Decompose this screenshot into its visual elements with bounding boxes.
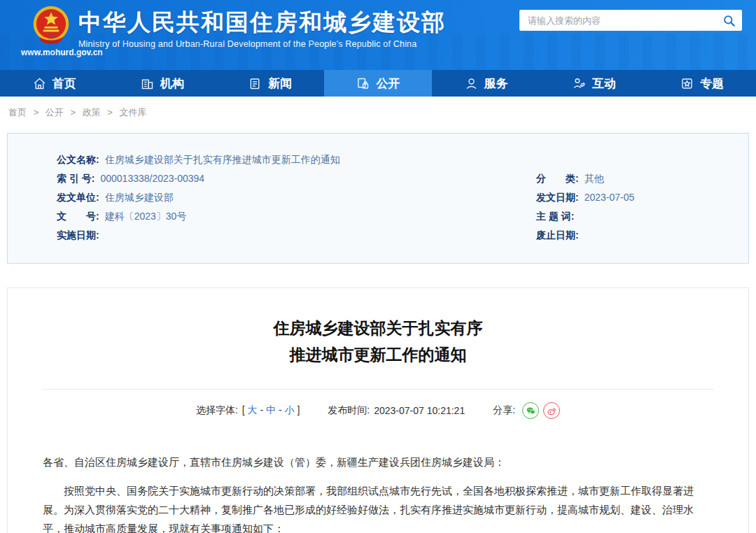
site-titles: 中华人民共和国住房和城乡建设部 Ministry of Housing and … — [78, 8, 446, 49]
meta-value: 2023-07-05 — [584, 188, 635, 207]
building-icon — [140, 76, 155, 91]
font-size-selector: [ 大 - 中 - 小 ] — [242, 404, 300, 417]
article-body: 各省、自治区住房城乡建设厅，直辖市住房城乡建设（管）委，新疆生产建设兵团住房城乡… — [8, 453, 748, 533]
publish-time-label: 发布时间: — [328, 404, 370, 417]
search-box[interactable] — [519, 10, 742, 31]
publish-time: 2023-07-07 10:21:21 — [374, 405, 465, 416]
meta-label: 废止日期: — [536, 226, 579, 245]
meta-label: 发文日期: — [536, 188, 579, 207]
meta-label: 分 类: — [536, 169, 579, 188]
dash: - — [260, 404, 263, 415]
nav-label: 专题 — [700, 76, 724, 92]
share-label: 分享: — [493, 404, 515, 417]
meta-value: 000013338/2023-00394 — [100, 169, 204, 188]
meta-label: 实施日期: — [57, 226, 99, 245]
font-size-small[interactable]: 小 — [285, 404, 295, 415]
article-paragraph: 各省、自治区住房城乡建设厅，直辖市住房城乡建设（管）委，新疆生产建设兵团住房城乡… — [43, 453, 713, 471]
search-icon — [722, 14, 736, 27]
nav-item-services[interactable]: 服务 — [432, 70, 540, 97]
title-divider — [43, 389, 713, 390]
nav-label: 机构 — [160, 76, 184, 92]
font-size-large[interactable]: 大 — [248, 404, 258, 415]
main-nav: 首页 机构 新闻 公开 服务 互动 — [0, 70, 756, 97]
meta-label: 索 引 号: — [57, 169, 94, 188]
meta-row: 索 引 号: 000013338/2023-00394 分 类: 其他 — [57, 169, 720, 188]
nav-item-orgs[interactable]: 机构 — [108, 70, 216, 97]
nav-item-home[interactable]: 首页 — [0, 70, 108, 97]
bracket: [ — [242, 404, 245, 415]
font-size-medium[interactable]: 中 — [266, 404, 276, 415]
meta-value: 住房城乡建设部 — [105, 188, 174, 207]
article-title-line2: 推进城市更新工作的通知 — [8, 341, 748, 368]
meta-value: 建科〔2023〕30号 — [105, 207, 187, 226]
article-title: 住房城乡建设部关于扎实有序 推进城市更新工作的通知 — [8, 315, 748, 368]
meta-label: 文 号: — [57, 207, 99, 226]
national-emblem-icon — [30, 4, 72, 46]
article-panel: 住房城乡建设部关于扎实有序 推进城市更新工作的通知 选择字体: [ 大 - 中 … — [7, 287, 749, 533]
meta-row: 实施日期: 废止日期: — [57, 226, 720, 245]
dash: - — [279, 404, 282, 415]
news-icon — [248, 76, 262, 91]
meta-value: 其他 — [584, 169, 604, 188]
site-url: www.mohurd.gov.cn — [21, 48, 81, 57]
meta-row: 文 号: 建科〔2023〕30号 主 题 词: — [57, 207, 720, 226]
breadcrumb-separator: > — [34, 107, 39, 118]
bracket: ] — [297, 404, 300, 415]
breadcrumb-separator: > — [107, 107, 113, 118]
article-paragraph: 按照党中央、国务院关于实施城市更新行动的决策部署，我部组织试点城市先行先试，全国… — [43, 481, 713, 533]
breadcrumb-home[interactable]: 首页 — [8, 107, 27, 118]
emblem-block: www.mohurd.gov.cn — [21, 4, 81, 57]
breadcrumb: 首页 > 公开 > 政策 > 文件库 — [0, 97, 756, 127]
article-toolbar: 选择字体: [ 大 - 中 - 小 ] 发布时间: 2023-07-07 10:… — [8, 402, 748, 419]
wechat-icon — [525, 405, 537, 417]
disclosure-icon — [356, 76, 370, 91]
breadcrumb-disclosure[interactable]: 公开 — [46, 107, 64, 118]
nav-label: 公开 — [376, 76, 400, 92]
meta-label: 公文名称: — [57, 150, 99, 169]
nav-item-news[interactable]: 新闻 — [216, 70, 324, 97]
meta-value: 住房城乡建设部关于扎实有序推进城市更新工作的通知 — [105, 150, 340, 169]
nav-label: 首页 — [52, 76, 76, 92]
topic-star-icon — [680, 76, 694, 91]
share-icons — [522, 402, 560, 419]
meta-label: 发文单位: — [57, 188, 99, 207]
site-header: www.mohurd.gov.cn 中华人民共和国住房和城乡建设部 Minist… — [0, 0, 756, 70]
home-icon — [32, 76, 47, 91]
share-weibo-button[interactable] — [543, 402, 560, 419]
nav-label: 服务 — [484, 76, 508, 92]
font-selector-label: 选择字体: — [196, 404, 238, 417]
meta-row-title: 公文名称: 住房城乡建设部关于扎实有序推进城市更新工作的通知 — [57, 150, 720, 169]
search-button[interactable] — [721, 13, 736, 28]
interaction-icon — [572, 76, 587, 91]
nav-item-topics[interactable]: 专题 — [648, 70, 756, 97]
nav-label: 互动 — [592, 76, 616, 92]
weibo-icon — [546, 405, 558, 417]
breadcrumb-library[interactable]: 文件库 — [120, 107, 147, 118]
service-icon — [464, 76, 479, 91]
meta-row: 发文单位: 住房城乡建设部 发文日期: 2023-07-05 — [57, 188, 720, 207]
breadcrumb-policy[interactable]: 政策 — [83, 107, 101, 118]
nav-label: 新闻 — [268, 76, 292, 92]
document-meta-box: 公文名称: 住房城乡建设部关于扎实有序推进城市更新工作的通知 索 引 号: 00… — [7, 133, 749, 264]
article-title-line1: 住房城乡建设部关于扎实有序 — [8, 315, 748, 341]
nav-item-interaction[interactable]: 互动 — [540, 70, 648, 97]
meta-label: 主 题 词: — [536, 207, 574, 226]
search-input[interactable] — [528, 15, 721, 26]
nav-item-disclosure[interactable]: 公开 — [324, 70, 432, 97]
share-wechat-button[interactable] — [522, 402, 539, 419]
site-title-cn: 中华人民共和国住房和城乡建设部 — [78, 8, 446, 36]
breadcrumb-separator: > — [70, 107, 76, 118]
site-title-en: Ministry of Housing and Urban-Rural Deve… — [78, 39, 446, 49]
